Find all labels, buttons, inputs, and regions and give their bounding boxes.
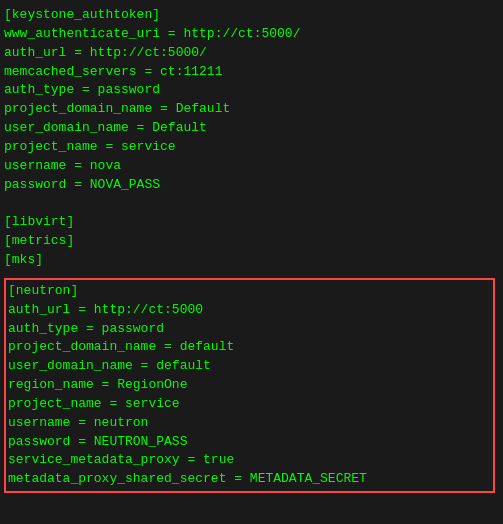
line-neutron-auth-url: auth_url = http://ct:5000 [8, 301, 491, 320]
line-memcached: memcached_servers = ct:11211 [4, 63, 499, 82]
line-project-name: project_name = service [4, 138, 499, 157]
line-project-domain: project_domain_name = Default [4, 100, 499, 119]
line-neutron-region: region_name = RegionOne [8, 376, 491, 395]
line-user-domain: user_domain_name = Default [4, 119, 499, 138]
line-empty1 [4, 194, 499, 213]
line-keystone-header: [keystone_authtoken] [4, 6, 499, 25]
line-neutron-metadata-proxy: service_metadata_proxy = true [8, 451, 491, 470]
spacer [4, 270, 499, 276]
line-neutron-header: [neutron] [8, 282, 491, 301]
line-username: username = nova [4, 157, 499, 176]
line-auth-url: auth_url = http://ct:5000/ [4, 44, 499, 63]
line-neutron-auth-type: auth_type = password [8, 320, 491, 339]
line-neutron-user-domain: user_domain_name = default [8, 357, 491, 376]
line-neutron-metadata-secret: metadata_proxy_shared_secret = METADATA_… [8, 470, 491, 489]
line-neutron-password: password = NEUTRON_PASS [8, 433, 491, 452]
neutron-section: [neutron] auth_url = http://ct:5000 auth… [4, 278, 495, 493]
line-password: password = NOVA_PASS [4, 176, 499, 195]
line-neutron-project-name: project_name = service [8, 395, 491, 414]
top-section: [keystone_authtoken] www_authenticate_ur… [4, 6, 499, 270]
line-auth-type: auth_type = password [4, 81, 499, 100]
line-neutron-project-domain: project_domain_name = default [8, 338, 491, 357]
line-www-auth: www_authenticate_uri = http://ct:5000/ [4, 25, 499, 44]
line-neutron-username: username = neutron [8, 414, 491, 433]
line-mks: [mks] [4, 251, 499, 270]
line-libvirt: [libvirt] [4, 213, 499, 232]
terminal-window: [keystone_authtoken] www_authenticate_ur… [0, 0, 503, 524]
line-metrics: [metrics] [4, 232, 499, 251]
